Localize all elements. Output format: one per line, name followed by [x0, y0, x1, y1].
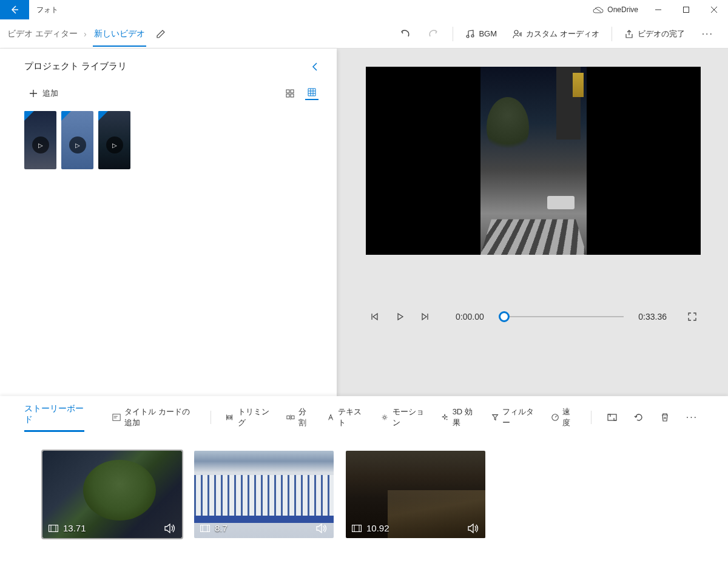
library-thumb[interactable] — [61, 111, 93, 169]
clip-icon — [49, 525, 58, 532]
trim-button[interactable]: トリミング — [220, 404, 277, 431]
more-icon: ··· — [702, 29, 713, 39]
undo-icon — [399, 29, 410, 39]
trash-icon — [661, 413, 669, 422]
speed-icon — [551, 413, 559, 422]
close-icon — [711, 7, 717, 13]
play-icon — [32, 136, 49, 153]
svg-rect-17 — [201, 525, 210, 531]
onedrive-status[interactable]: OneDrive — [593, 5, 638, 14]
video-preview[interactable] — [366, 67, 701, 255]
timeline-thumb[interactable] — [499, 311, 510, 322]
next-frame-button[interactable] — [418, 309, 433, 324]
add-label: 追加 — [42, 88, 58, 99]
rotate-button[interactable] — [628, 410, 650, 425]
library-thumb[interactable] — [24, 111, 56, 169]
volume-icon[interactable] — [467, 524, 479, 533]
rotate-icon — [634, 413, 644, 422]
aspect-ratio-button[interactable] — [601, 411, 623, 424]
split-button[interactable]: 分割 — [281, 404, 317, 431]
app-title: フォト — [36, 5, 58, 15]
finish-video-label: ビデオの完了 — [638, 29, 685, 39]
clip-duration: 10.92 — [366, 523, 389, 533]
project-library-panel: プロジェクト ライブラリ 追加 — [0, 49, 337, 396]
view-large-grid-button[interactable] — [305, 87, 318, 100]
collapse-library-button[interactable] — [311, 62, 318, 72]
breadcrumb-parent[interactable]: ビデオ エディター — [7, 29, 78, 39]
filters-button[interactable]: フィルター — [487, 404, 542, 431]
grid-2x2-icon — [286, 89, 294, 98]
view-small-grid-button[interactable] — [283, 87, 297, 100]
svg-rect-15 — [608, 414, 616, 420]
total-time: 0:33.36 — [638, 312, 667, 322]
minimize-button[interactable] — [644, 0, 672, 19]
breadcrumb-current: 新しいビデオ — [93, 21, 146, 47]
export-icon — [624, 29, 634, 39]
redo-button[interactable] — [421, 25, 447, 43]
video-frame-image — [480, 67, 587, 255]
split-icon — [286, 413, 295, 422]
play-icon — [69, 136, 86, 153]
custom-audio-button[interactable]: カスタム オーディオ — [507, 25, 605, 43]
fullscreen-icon — [687, 312, 697, 322]
title-card-icon — [112, 413, 121, 422]
maximize-button[interactable] — [672, 0, 700, 19]
prev-frame-button[interactable] — [367, 309, 382, 324]
redo-icon — [428, 29, 439, 39]
music-icon — [465, 29, 475, 39]
bgm-button[interactable]: BGM — [459, 25, 503, 42]
library-thumb[interactable] — [98, 111, 130, 169]
svg-rect-0 — [684, 7, 689, 13]
onedrive-label: OneDrive — [607, 5, 638, 14]
svg-rect-18 — [352, 525, 362, 531]
plus-icon — [29, 89, 38, 98]
svg-point-12 — [383, 416, 386, 419]
add-title-card-button[interactable]: タイトル カードの追加 — [107, 404, 201, 431]
motion-button[interactable]: モーション — [376, 404, 432, 431]
storyboard-panel: ストーリーボード タイトル カードの追加 トリミング 分割 テキスト モーション… — [0, 396, 728, 566]
prev-frame-icon — [370, 312, 379, 321]
timeline-slider[interactable] — [499, 311, 624, 322]
motion-icon — [380, 413, 389, 422]
svg-point-2 — [471, 35, 474, 37]
preview-area: 0:00.00 0:33.36 — [337, 49, 728, 396]
next-frame-icon — [421, 312, 430, 321]
text-button[interactable]: テキスト — [322, 404, 371, 431]
minimize-icon — [655, 7, 661, 13]
3d-effects-button[interactable]: 3D 効果 — [436, 404, 482, 431]
clip-duration: 8.7 — [215, 523, 228, 533]
undo-button[interactable] — [392, 25, 417, 43]
bgm-label: BGM — [479, 29, 497, 38]
sparkle-icon — [441, 413, 448, 422]
rename-button[interactable] — [156, 29, 166, 39]
add-media-button[interactable]: 追加 — [29, 88, 58, 99]
storyboard-clip[interactable]: 8.7 — [194, 451, 334, 538]
speed-button[interactable]: 速度 — [547, 404, 581, 431]
chevron-right-icon: › — [84, 29, 87, 39]
pencil-icon — [156, 29, 166, 39]
sb-more-button[interactable]: ··· — [680, 409, 704, 425]
custom-audio-label: カスタム オーディオ — [526, 29, 599, 39]
play-icon — [106, 136, 123, 153]
svg-point-3 — [514, 30, 518, 34]
close-button[interactable] — [700, 0, 728, 19]
play-icon — [396, 312, 404, 321]
storyboard-clip[interactable]: 13.71 — [42, 451, 182, 538]
finish-video-button[interactable]: ビデオの完了 — [618, 25, 691, 43]
maximize-icon — [683, 7, 689, 13]
svg-rect-16 — [49, 525, 58, 531]
more-icon: ··· — [686, 412, 698, 423]
more-button[interactable]: ··· — [695, 25, 721, 43]
svg-point-13 — [447, 419, 448, 420]
delete-button[interactable] — [655, 410, 675, 425]
volume-icon[interactable] — [164, 524, 176, 533]
fullscreen-button[interactable] — [685, 309, 699, 324]
storyboard-clip[interactable]: 10.92 — [346, 451, 485, 538]
back-button[interactable] — [0, 0, 29, 19]
svg-rect-10 — [287, 416, 289, 419]
volume-icon[interactable] — [315, 524, 328, 533]
svg-rect-6 — [286, 94, 289, 97]
play-button[interactable] — [393, 309, 407, 324]
clip-icon — [352, 525, 362, 532]
chevron-left-icon — [311, 62, 318, 72]
